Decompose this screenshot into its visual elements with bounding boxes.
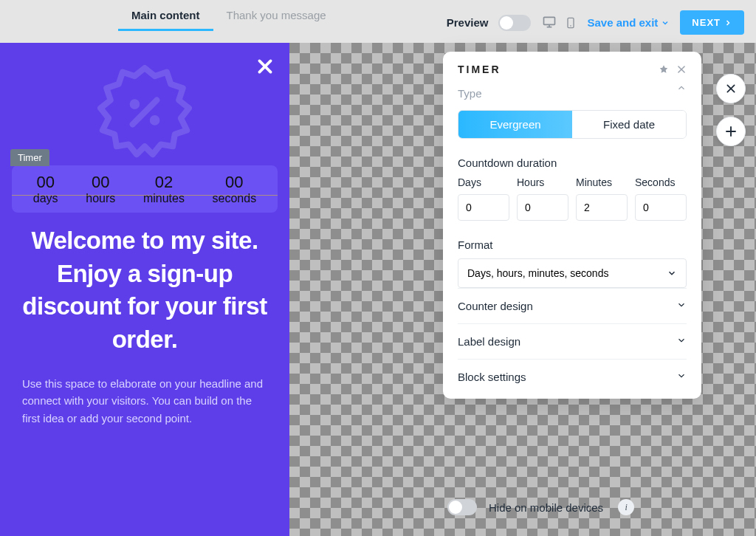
- timer-hours-value: 00: [86, 173, 115, 192]
- accordion-block-settings[interactable]: Block settings: [458, 359, 687, 394]
- timer-seconds-value: 00: [213, 173, 257, 192]
- svg-rect-0: [544, 17, 555, 24]
- close-panel-button[interactable]: [716, 74, 746, 103]
- tab-thank-you[interactable]: Thank you message: [213, 0, 340, 31]
- timer-cell-minutes: 02 minutes: [143, 173, 185, 205]
- label-design-label: Label design: [458, 335, 520, 348]
- format-value: Days, hours, minutes, seconds: [467, 267, 608, 279]
- days-input[interactable]: [458, 194, 509, 221]
- discount-badge-icon: [94, 62, 195, 162]
- svg-point-7: [130, 99, 140, 109]
- close-icon[interactable]: [255, 53, 275, 82]
- type-section-header[interactable]: Type: [458, 75, 687, 100]
- timer-settings-panel: TIMER Type Evergreen Fixed date Countdow…: [443, 52, 701, 399]
- accordion-label-design[interactable]: Label design: [458, 323, 687, 359]
- timer-cell-hours: 00 hours: [86, 173, 115, 205]
- timer-cell-seconds: 00 seconds: [213, 173, 257, 205]
- preview-label: Preview: [447, 16, 489, 29]
- next-button[interactable]: NEXT: [680, 10, 744, 35]
- duration-col-minutes: Minutes: [576, 176, 628, 221]
- editor-canvas: Timer 00 days 00 hours 02 minutes: [0, 43, 756, 536]
- desktop-icon[interactable]: [541, 15, 557, 30]
- svg-point-8: [150, 115, 160, 126]
- duration-col-seconds: Seconds: [635, 176, 687, 221]
- timer-row: 00 days 00 hours 02 minutes 00 seconds: [12, 170, 278, 208]
- days-label: Days: [458, 176, 509, 188]
- timer-seconds-label: seconds: [213, 192, 257, 205]
- x-icon: [725, 83, 737, 95]
- close-icon[interactable]: [676, 64, 687, 75]
- format-select[interactable]: Days, hours, minutes, seconds: [458, 258, 687, 288]
- timer-days-value: 00: [33, 173, 58, 192]
- mobile-icon[interactable]: [565, 15, 577, 31]
- chevron-down-icon: [661, 18, 670, 27]
- preview-toggle[interactable]: [498, 15, 531, 31]
- next-label: NEXT: [692, 17, 721, 28]
- popup-preview: Timer 00 days 00 hours 02 minutes: [0, 43, 289, 536]
- timer-days-label: days: [33, 192, 58, 205]
- panel-header: TIMER: [458, 63, 687, 75]
- timer-hours-label: hours: [86, 192, 115, 205]
- add-block-button[interactable]: [716, 117, 746, 146]
- seg-evergreen[interactable]: Evergreen: [458, 111, 572, 138]
- device-icons: [541, 15, 577, 31]
- timer-cell-days: 00 days: [33, 173, 58, 205]
- panel-title: TIMER: [458, 63, 501, 75]
- duration-col-days: Days: [458, 176, 509, 221]
- timer-block-tag: Timer: [10, 149, 49, 166]
- accordion-counter-design[interactable]: Counter design: [458, 288, 687, 323]
- content-tabs: Main content Thank you message: [118, 0, 340, 31]
- minutes-label: Minutes: [576, 176, 628, 188]
- chevron-right-icon: [724, 18, 732, 27]
- seconds-label: Seconds: [635, 176, 687, 188]
- duration-col-hours: Hours: [517, 176, 568, 221]
- chevron-down-icon: [676, 335, 687, 346]
- chevron-down-icon: [676, 371, 687, 381]
- seconds-input[interactable]: [635, 194, 687, 221]
- type-label: Type: [458, 87, 482, 100]
- plus-icon: [724, 125, 738, 138]
- hours-label: Hours: [517, 176, 568, 188]
- minutes-input[interactable]: [576, 194, 628, 221]
- save-exit-label: Save and exit: [587, 16, 658, 29]
- timer-block[interactable]: Timer 00 days 00 hours 02 minutes: [12, 165, 278, 213]
- block-settings-label: Block settings: [458, 371, 526, 383]
- top-bar: Main content Thank you message Preview S…: [0, 0, 756, 43]
- format-label: Format: [458, 238, 687, 251]
- hours-input[interactable]: [517, 194, 568, 221]
- timer-minutes-label: minutes: [143, 192, 185, 205]
- popup-body[interactable]: Use this space to elaborate on your head…: [22, 375, 267, 427]
- workspace: Timer 00 days 00 hours 02 minutes: [0, 43, 756, 536]
- seg-fixed-date[interactable]: Fixed date: [572, 111, 686, 138]
- chevron-up-icon: [676, 83, 687, 93]
- tab-main-content[interactable]: Main content: [118, 0, 213, 31]
- panel-controls: [659, 64, 687, 75]
- chevron-down-icon: [667, 268, 677, 278]
- duration-inputs: Days Hours Minutes Seconds: [458, 176, 687, 221]
- popup-headline[interactable]: Welcome to my site. Enjoy a sign-up disc…: [22, 224, 267, 356]
- save-and-exit-link[interactable]: Save and exit: [587, 16, 670, 29]
- timer-type-segmented: Evergreen Fixed date: [458, 110, 687, 139]
- topbar-right: Preview Save and exit NEXT: [447, 0, 756, 35]
- timer-minutes-value: 02: [143, 173, 185, 192]
- countdown-duration-label: Countdown duration: [458, 157, 687, 169]
- pin-icon[interactable]: [659, 64, 669, 75]
- counter-design-label: Counter design: [458, 300, 533, 312]
- chevron-down-icon: [676, 300, 687, 310]
